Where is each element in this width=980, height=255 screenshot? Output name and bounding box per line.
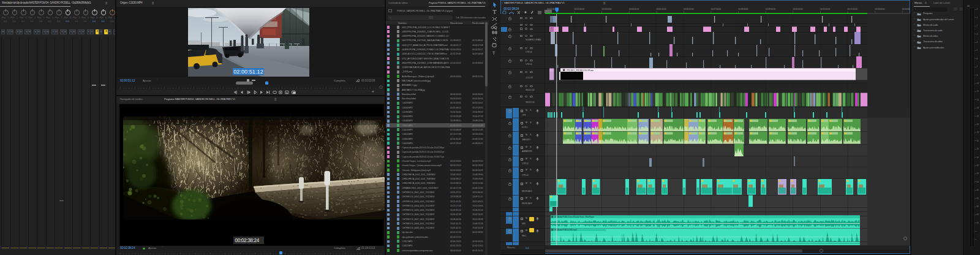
svg-text:PROMO_ FROM COLOR.xxx: PROMO_ FROM COLOR.xxx (567, 69, 594, 72)
svg-text:25: 25 (977, 131, 979, 134)
svg-text:02:00:51:12: 02:00:51:12 (233, 69, 263, 75)
svg-text:99: 99 (977, 222, 979, 224)
svg-text:4: 4 (977, 41, 978, 44)
svg-text:20: 20 (977, 123, 979, 126)
svg-text:50: 50 (977, 172, 979, 175)
svg-text:00:10:00:00: 00:10:00:00 (793, 8, 802, 10)
svg-text:12: 12 (977, 90, 979, 93)
svg-text:M5 Audio PUBLI Direct Estatal: M5 Audio PUBLI Direct Estatal Grant - Me… (554, 216, 595, 218)
svg-text:18: 18 (977, 115, 979, 118)
svg-text:40: 40 (977, 156, 979, 159)
svg-text:00:04:00:00: 00:04:00:00 (629, 8, 639, 10)
svg-text:00:06:00:00: 00:06:00:00 (684, 8, 693, 10)
svg-text:0: 0 (977, 8, 978, 10)
svg-text:T: T (492, 51, 496, 55)
svg-text:00:05:00:00: 00:05:00:00 (656, 8, 666, 10)
svg-text:60: 60 (977, 189, 979, 191)
svg-text:55: 55 (977, 181, 979, 183)
svg-text:14: 14 (977, 99, 979, 101)
svg-text:00:11:00:00: 00:11:00:00 (820, 8, 830, 10)
svg-text:00:12:00:00: 00:12:00:00 (848, 8, 858, 10)
svg-text:5: 5 (977, 49, 978, 51)
svg-text:00:02:00:00: 00:02:00:00 (575, 8, 584, 10)
svg-text:7: 7 (977, 66, 978, 68)
svg-text:3: 3 (977, 33, 978, 36)
svg-text:00:08:00:00: 00:08:00:00 (738, 8, 748, 10)
svg-text:-: - (977, 238, 978, 241)
svg-text:00:03:00:00: 00:03:00:00 (601, 8, 611, 10)
svg-text:2: 2 (977, 25, 978, 27)
svg-text:30: 30 (977, 140, 979, 142)
svg-text:16: 16 (977, 107, 979, 109)
svg-text:80: 80 (977, 205, 979, 208)
svg-text:6: 6 (977, 58, 978, 60)
svg-text:00:09:00:00: 00:09:00:00 (766, 8, 775, 10)
svg-text:1: 1 (977, 17, 978, 19)
svg-text:00:14:00:00: 00:14:00:00 (902, 8, 910, 10)
svg-text:90: 90 (977, 213, 979, 216)
svg-text:00:07:00:00: 00:07:00:00 (711, 8, 721, 10)
svg-text:8: 8 (977, 74, 978, 77)
svg-text:M5 Audio PGM 02 M5.mp4: M5 Audio PGM 02 M5.mp4 (554, 229, 577, 231)
svg-text:45: 45 (977, 164, 979, 167)
svg-text:35: 35 (977, 148, 979, 150)
svg-text:10: 10 (977, 82, 979, 85)
svg-text:-: - (977, 230, 978, 232)
svg-text:00:13:00:00: 00:13:00:00 (875, 8, 884, 10)
svg-text:70: 70 (977, 197, 979, 200)
